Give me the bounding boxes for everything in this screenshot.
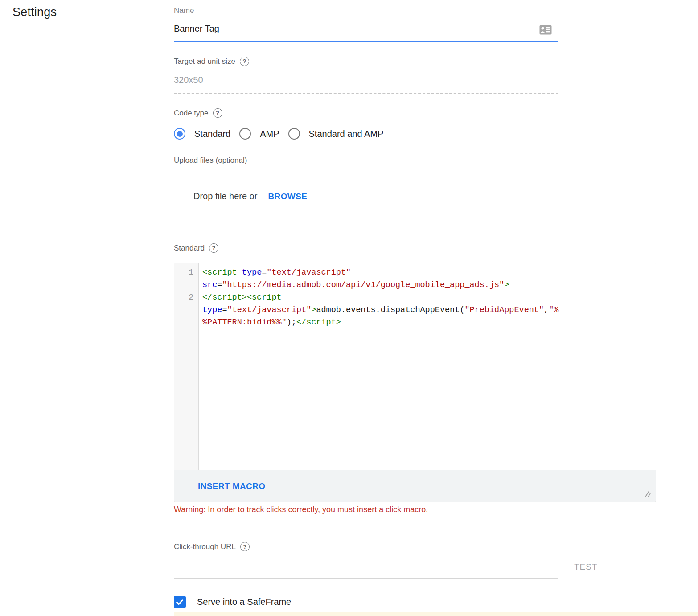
radio-amp-label: AMP bbox=[260, 129, 279, 139]
test-button[interactable]: TEST bbox=[574, 562, 598, 572]
name-input-underline bbox=[174, 41, 558, 42]
code-editor-textarea[interactable]: 1<script type="text/javascript"src="http… bbox=[174, 263, 656, 470]
standard-label: Standard bbox=[174, 244, 205, 253]
radio-standard-and-amp[interactable]: Standard and AMP bbox=[288, 128, 384, 140]
resize-handle-icon[interactable] bbox=[643, 490, 652, 499]
safeframe-row: Serve into a SafeFrame bbox=[174, 596, 291, 608]
radio-standard-and-amp-label: Standard and AMP bbox=[309, 129, 384, 139]
contact-card-icon[interactable] bbox=[539, 25, 552, 35]
click-url-label-row: Click-through URL ? bbox=[174, 542, 250, 551]
upload-files-label: Upload files (optional) bbox=[174, 156, 247, 165]
radio-standard-label: Standard bbox=[194, 129, 230, 139]
browse-button[interactable]: BROWSE bbox=[268, 192, 307, 201]
target-size-value: 320x50 bbox=[174, 75, 203, 85]
checkmark-icon bbox=[176, 599, 184, 605]
radio-button-icon bbox=[239, 128, 251, 140]
safeframe-checkbox[interactable] bbox=[174, 596, 186, 608]
code-editor: 1<script type="text/javascript"src="http… bbox=[174, 263, 656, 502]
help-icon[interactable]: ? bbox=[213, 108, 222, 118]
click-macro-warning: Warning: In order to track clicks correc… bbox=[174, 505, 428, 514]
name-label: Name bbox=[174, 6, 194, 15]
code-editor-footer: INSERT MACRO bbox=[174, 470, 656, 502]
insert-macro-button[interactable]: INSERT MACRO bbox=[198, 481, 266, 491]
page-title: Settings bbox=[12, 5, 57, 19]
click-url-input[interactable] bbox=[174, 578, 558, 579]
drop-file-text: Drop file here or bbox=[193, 191, 257, 201]
code-type-label: Code type bbox=[174, 109, 209, 118]
radio-amp[interactable]: AMP bbox=[239, 128, 279, 140]
file-drop-zone[interactable]: Drop file here or BROWSE bbox=[174, 191, 307, 201]
target-size-label-row: Target ad unit size ? bbox=[174, 57, 249, 66]
safeframe-label: Serve into a SafeFrame bbox=[197, 597, 291, 607]
help-icon[interactable]: ? bbox=[209, 243, 218, 253]
click-url-label: Click-through URL bbox=[174, 542, 236, 551]
code-content[interactable]: 1<script type="text/javascript"src="http… bbox=[174, 263, 656, 329]
notice-bar bbox=[174, 612, 698, 616]
target-size-label: Target ad unit size bbox=[174, 57, 235, 66]
radio-standard[interactable]: Standard bbox=[174, 128, 230, 140]
radio-button-icon bbox=[288, 128, 300, 140]
settings-form: Name Banner Tag Target ad unit size ? 32… bbox=[174, 0, 656, 616]
help-icon[interactable]: ? bbox=[240, 57, 249, 66]
code-type-label-row: Code type ? bbox=[174, 108, 222, 118]
target-size-underline bbox=[174, 93, 558, 94]
standard-label-row: Standard ? bbox=[174, 243, 218, 253]
help-icon[interactable]: ? bbox=[240, 542, 250, 551]
name-input[interactable]: Banner Tag bbox=[174, 24, 219, 34]
code-type-radio-group: Standard AMP Standard and AMP bbox=[174, 128, 392, 140]
settings-page: Settings Name Banner Tag Target ad unit … bbox=[0, 0, 698, 616]
radio-button-icon bbox=[174, 128, 185, 140]
